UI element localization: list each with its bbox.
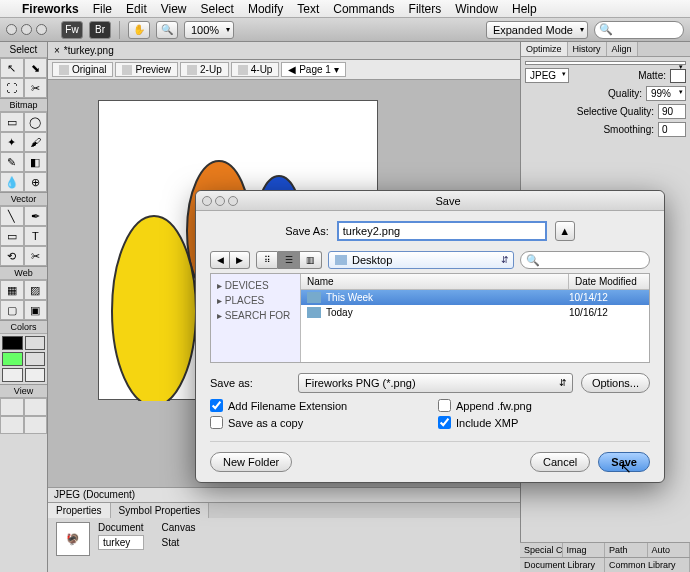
back-icon[interactable]: ◀	[210, 251, 230, 269]
location-select[interactable]: Desktop	[328, 251, 514, 269]
default-colors-icon[interactable]	[2, 368, 23, 382]
crop-tool-icon[interactable]: ✂	[24, 78, 48, 98]
wand-tool-icon[interactable]: ✦	[0, 132, 24, 152]
chk-add-extension[interactable]: Add Filename Extension	[210, 399, 422, 412]
menu-select[interactable]: Select	[201, 2, 234, 16]
forward-icon[interactable]: ▶	[230, 251, 250, 269]
scale-tool-icon[interactable]: ⛶	[0, 78, 24, 98]
tab-path[interactable]: Path	[605, 543, 648, 557]
tab-symbol-properties[interactable]: Symbol Properties	[111, 503, 210, 518]
view-preview[interactable]: Preview	[115, 62, 178, 77]
pencil-tool-icon[interactable]: ✎	[0, 152, 24, 172]
rect-tool-icon[interactable]: ▭	[0, 226, 24, 246]
slice-tool-icon[interactable]: ▨	[24, 280, 48, 300]
fullscreenapp-view-icon[interactable]	[24, 416, 48, 434]
zoom-select[interactable]: 100%	[184, 21, 234, 39]
col-name[interactable]: Name	[301, 274, 569, 289]
sidebar-searchfor[interactable]: ▸ SEARCH FOR	[211, 308, 300, 323]
lasso-tool-icon[interactable]: ◯	[24, 112, 48, 132]
br-icon[interactable]: Br	[89, 21, 111, 39]
file-row[interactable]: Today 10/16/12	[301, 305, 649, 320]
file-row[interactable]: This Week 10/14/12	[301, 290, 649, 305]
page-select[interactable]: ◀ Page 1 ▾	[281, 62, 345, 77]
smooth-input[interactable]: 0	[658, 122, 686, 137]
tab-history[interactable]: History	[568, 42, 607, 56]
pen-tool-icon[interactable]: ✒	[24, 206, 48, 226]
normal-view-icon[interactable]	[0, 398, 24, 416]
matte-swatch[interactable]	[670, 69, 686, 83]
blur-tool-icon[interactable]: 💧	[0, 172, 24, 192]
tab-optimize[interactable]: Optimize	[521, 42, 568, 56]
pointer-tool-icon[interactable]: ↖	[0, 58, 24, 78]
format-select[interactable]: JPEG	[525, 68, 569, 83]
preset-select[interactable]	[525, 61, 686, 65]
menu-modify[interactable]: Modify	[248, 2, 283, 16]
brush-tool-icon[interactable]: 🖌	[24, 132, 48, 152]
disclose-button[interactable]: ▲	[555, 221, 575, 241]
mode-select[interactable]: Expanded Mode	[486, 21, 588, 39]
document-tab[interactable]: × *turkey.png	[48, 42, 520, 60]
view-4up[interactable]: 4-Up	[231, 62, 280, 77]
nav-back-forward[interactable]: ◀▶	[210, 251, 250, 269]
chk-append-fwpng[interactable]: Append .fw.png	[438, 399, 650, 412]
zoom-tool-icon[interactable]: 🔍	[156, 21, 178, 39]
options-button[interactable]: Options...	[581, 373, 650, 393]
tab-common-library[interactable]: Common Library	[605, 558, 690, 572]
tab-document-library[interactable]: Document Library	[520, 558, 605, 572]
quality-select[interactable]: 99%	[646, 86, 686, 101]
menu-view[interactable]: View	[161, 2, 187, 16]
freeform-tool-icon[interactable]: ⟲	[0, 246, 24, 266]
newfolder-button[interactable]: New Folder	[210, 452, 292, 472]
menu-edit[interactable]: Edit	[126, 2, 147, 16]
tab-special-characters[interactable]: Special Characters	[520, 543, 563, 557]
fullscreen-view-icon[interactable]	[24, 398, 48, 416]
menu-window[interactable]: Window	[455, 2, 498, 16]
file-list[interactable]: Name Date Modified This Week 10/14/12 To…	[301, 274, 649, 362]
sidebar-places[interactable]: ▸ PLACES	[211, 293, 300, 308]
stamp-tool-icon[interactable]: ⊕	[24, 172, 48, 192]
hand-tool-icon[interactable]: ✋	[128, 21, 150, 39]
hide-slice-icon[interactable]: ▢	[0, 300, 24, 320]
view-segmented[interactable]: ⠿ ☰ ▥	[256, 251, 322, 269]
col-date[interactable]: Date Modified	[569, 274, 649, 289]
line-tool-icon[interactable]: ╲	[0, 206, 24, 226]
format-select[interactable]: Fireworks PNG (*.png)	[298, 373, 573, 393]
fw-icon[interactable]: Fw	[61, 21, 83, 39]
menu-text[interactable]: Text	[297, 2, 319, 16]
swap-colors-icon[interactable]	[25, 368, 46, 382]
close-tab-icon[interactable]: ×	[54, 45, 60, 56]
doc-name[interactable]: turkey	[98, 535, 144, 550]
view-icons-icon[interactable]: ⠿	[256, 251, 278, 269]
preview-view-icon[interactable]	[0, 416, 24, 434]
menu-filters[interactable]: Filters	[409, 2, 442, 16]
stroke-swatch[interactable]	[2, 336, 23, 350]
view-2up[interactable]: 2-Up	[180, 62, 229, 77]
search-input[interactable]: 🔍	[594, 21, 684, 39]
subselect-tool-icon[interactable]: ⬊	[24, 58, 48, 78]
show-slice-icon[interactable]: ▣	[24, 300, 48, 320]
knife-tool-icon[interactable]: ✂	[24, 246, 48, 266]
column-headers[interactable]: Name Date Modified	[301, 274, 649, 290]
tab-auto[interactable]: Auto	[648, 543, 691, 557]
tab-image[interactable]: Imag	[563, 543, 606, 557]
menu-file[interactable]: File	[93, 2, 112, 16]
fill-swatch[interactable]	[2, 352, 23, 366]
sidebar-devices[interactable]: ▸ DEVICES	[211, 278, 300, 293]
marquee-tool-icon[interactable]: ▭	[0, 112, 24, 132]
eraser-tool-icon[interactable]: ◧	[24, 152, 48, 172]
selq-input[interactable]: 90	[658, 104, 686, 119]
chk-save-copy[interactable]: Save as a copy	[210, 416, 422, 429]
tab-properties[interactable]: Properties	[48, 503, 111, 518]
menu-help[interactable]: Help	[512, 2, 537, 16]
text-tool-icon[interactable]: T	[24, 226, 48, 246]
cancel-button[interactable]: Cancel	[530, 452, 590, 472]
filename-input[interactable]	[337, 221, 547, 241]
tab-align[interactable]: Align	[607, 42, 638, 56]
view-columns-icon[interactable]: ▥	[300, 251, 322, 269]
chk-include-xmp[interactable]: Include XMP	[438, 416, 650, 429]
view-list-icon[interactable]: ☰	[278, 251, 300, 269]
view-original[interactable]: Original	[52, 62, 113, 77]
app-menu[interactable]: Fireworks	[22, 2, 79, 16]
dialog-traffic-lights[interactable]	[202, 196, 238, 206]
menu-commands[interactable]: Commands	[333, 2, 394, 16]
